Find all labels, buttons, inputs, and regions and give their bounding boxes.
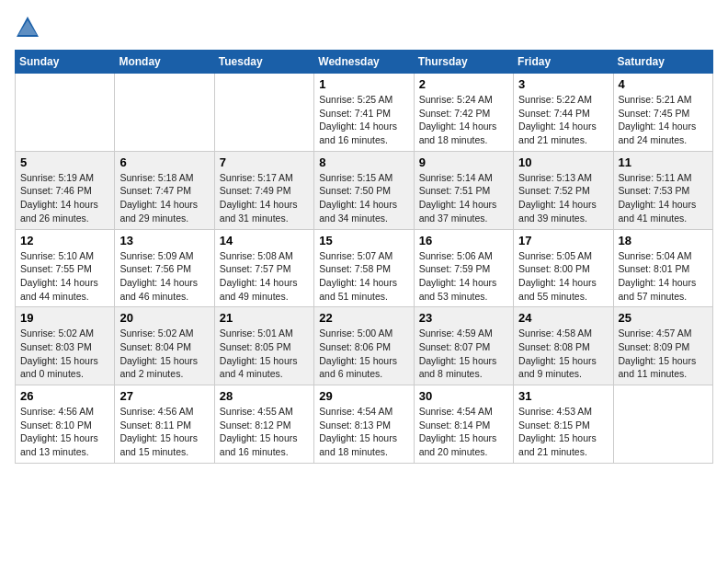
calendar-cell: 30Sunrise: 4:54 AMSunset: 8:14 PMDayligh…: [414, 385, 513, 464]
day-info: Sunrise: 5:22 AMSunset: 7:44 PMDaylight:…: [518, 93, 608, 147]
calendar-cell: 24Sunrise: 4:58 AMSunset: 8:08 PMDayligh…: [514, 307, 613, 385]
day-number: 7: [220, 155, 309, 169]
day-info: Sunrise: 5:13 AMSunset: 7:52 PMDaylight:…: [518, 171, 608, 225]
day-number: 6: [119, 155, 209, 169]
day-number: 26: [20, 389, 109, 403]
calendar-cell: [613, 385, 712, 464]
calendar-cell: 28Sunrise: 4:55 AMSunset: 8:12 PMDayligh…: [214, 385, 313, 464]
calendar-cell: 5Sunrise: 5:19 AMSunset: 7:46 PMDaylight…: [16, 151, 115, 229]
day-info: Sunrise: 5:18 AMSunset: 7:47 PMDaylight:…: [119, 171, 209, 225]
calendar-cell: 21Sunrise: 5:01 AMSunset: 8:05 PMDayligh…: [214, 307, 313, 385]
day-number: 17: [518, 234, 608, 247]
day-info: Sunrise: 5:02 AMSunset: 8:03 PMDaylight:…: [20, 327, 109, 381]
weekday-label: Sunday: [16, 51, 115, 74]
day-info: Sunrise: 4:53 AMSunset: 8:15 PMDaylight:…: [518, 405, 608, 459]
day-number: 12: [20, 234, 109, 247]
weekday-label: Thursday: [414, 51, 513, 74]
day-number: 13: [119, 234, 209, 247]
calendar-cell: 11Sunrise: 5:11 AMSunset: 7:53 PMDayligh…: [613, 151, 712, 229]
day-number: 2: [419, 77, 508, 91]
day-number: 3: [518, 77, 608, 91]
day-number: 1: [319, 77, 408, 91]
day-number: 28: [220, 389, 309, 403]
day-info: Sunrise: 4:58 AMSunset: 8:08 PMDaylight:…: [518, 327, 608, 381]
day-number: 31: [518, 389, 608, 403]
svg-marker-1: [18, 20, 37, 35]
day-info: Sunrise: 4:59 AMSunset: 8:07 PMDaylight:…: [419, 327, 508, 381]
weekday-header-row: SundayMondayTuesdayWednesdayThursdayFrid…: [16, 51, 713, 74]
day-number: 18: [619, 234, 708, 247]
day-info: Sunrise: 5:10 AMSunset: 7:55 PMDaylight:…: [20, 249, 109, 304]
calendar-cell: 19Sunrise: 5:02 AMSunset: 8:03 PMDayligh…: [16, 307, 115, 385]
day-number: 11: [619, 155, 708, 169]
calendar-cell: 10Sunrise: 5:13 AMSunset: 7:52 PMDayligh…: [514, 151, 613, 229]
calendar-week-row: 19Sunrise: 5:02 AMSunset: 8:03 PMDayligh…: [16, 307, 713, 385]
calendar-cell: 8Sunrise: 5:15 AMSunset: 7:50 PMDaylight…: [314, 151, 414, 229]
day-info: Sunrise: 4:56 AMSunset: 8:10 PMDaylight:…: [20, 405, 109, 459]
calendar-cell: [214, 74, 313, 152]
calendar-cell: 6Sunrise: 5:18 AMSunset: 7:47 PMDaylight…: [115, 151, 214, 229]
calendar-cell: 17Sunrise: 5:05 AMSunset: 8:00 PMDayligh…: [514, 229, 613, 307]
weekday-label: Friday: [514, 51, 613, 74]
calendar-cell: 12Sunrise: 5:10 AMSunset: 7:55 PMDayligh…: [16, 229, 115, 307]
day-number: 24: [518, 311, 608, 325]
day-number: 21: [220, 311, 309, 325]
calendar-cell: [115, 74, 214, 152]
calendar-cell: 1Sunrise: 5:25 AMSunset: 7:41 PMDaylight…: [314, 74, 414, 152]
day-info: Sunrise: 5:21 AMSunset: 7:45 PMDaylight:…: [619, 93, 708, 147]
day-info: Sunrise: 5:09 AMSunset: 7:56 PMDaylight:…: [119, 249, 209, 304]
calendar-cell: 15Sunrise: 5:07 AMSunset: 7:58 PMDayligh…: [314, 229, 414, 307]
day-number: 22: [319, 311, 408, 325]
calendar-cell: 22Sunrise: 5:00 AMSunset: 8:06 PMDayligh…: [314, 307, 414, 385]
day-info: Sunrise: 4:57 AMSunset: 8:09 PMDaylight:…: [619, 327, 708, 381]
calendar-cell: 18Sunrise: 5:04 AMSunset: 8:01 PMDayligh…: [613, 229, 712, 307]
weekday-label: Wednesday: [314, 51, 414, 74]
day-info: Sunrise: 5:08 AMSunset: 7:57 PMDaylight:…: [220, 249, 309, 304]
weekday-label: Monday: [115, 51, 214, 74]
day-info: Sunrise: 5:25 AMSunset: 7:41 PMDaylight:…: [319, 93, 408, 147]
day-info: Sunrise: 5:04 AMSunset: 8:01 PMDaylight:…: [619, 249, 708, 304]
day-number: 23: [419, 311, 508, 325]
day-info: Sunrise: 5:15 AMSunset: 7:50 PMDaylight:…: [319, 171, 408, 225]
day-number: 5: [20, 155, 109, 169]
day-info: Sunrise: 5:17 AMSunset: 7:49 PMDaylight:…: [220, 171, 309, 225]
day-number: 16: [419, 234, 508, 247]
calendar-cell: 26Sunrise: 4:56 AMSunset: 8:10 PMDayligh…: [16, 385, 115, 464]
calendar-cell: 29Sunrise: 4:54 AMSunset: 8:13 PMDayligh…: [314, 385, 414, 464]
day-info: Sunrise: 5:05 AMSunset: 8:00 PMDaylight:…: [518, 249, 608, 304]
calendar-cell: 2Sunrise: 5:24 AMSunset: 7:42 PMDaylight…: [414, 74, 513, 152]
day-info: Sunrise: 4:54 AMSunset: 8:14 PMDaylight:…: [419, 405, 508, 459]
day-number: 10: [518, 155, 608, 169]
weekday-label: Tuesday: [214, 51, 313, 74]
day-info: Sunrise: 5:00 AMSunset: 8:06 PMDaylight:…: [319, 327, 408, 381]
weekday-label: Saturday: [613, 51, 712, 74]
day-info: Sunrise: 5:01 AMSunset: 8:05 PMDaylight:…: [220, 327, 309, 381]
day-number: 30: [419, 389, 508, 403]
day-number: 14: [220, 234, 309, 247]
calendar-cell: 23Sunrise: 4:59 AMSunset: 8:07 PMDayligh…: [414, 307, 513, 385]
day-number: 29: [319, 389, 408, 403]
calendar-week-row: 5Sunrise: 5:19 AMSunset: 7:46 PMDaylight…: [16, 151, 713, 229]
calendar-week-row: 1Sunrise: 5:25 AMSunset: 7:41 PMDaylight…: [16, 74, 713, 152]
calendar-cell: 31Sunrise: 4:53 AMSunset: 8:15 PMDayligh…: [514, 385, 613, 464]
day-info: Sunrise: 5:06 AMSunset: 7:59 PMDaylight:…: [419, 249, 508, 304]
day-number: 20: [119, 311, 209, 325]
day-info: Sunrise: 4:56 AMSunset: 8:11 PMDaylight:…: [119, 405, 209, 459]
day-info: Sunrise: 4:54 AMSunset: 8:13 PMDaylight:…: [319, 405, 408, 459]
day-number: 25: [619, 311, 708, 325]
calendar-week-row: 12Sunrise: 5:10 AMSunset: 7:55 PMDayligh…: [16, 229, 713, 307]
calendar-cell: 9Sunrise: 5:14 AMSunset: 7:51 PMDaylight…: [414, 151, 513, 229]
day-info: Sunrise: 5:19 AMSunset: 7:46 PMDaylight:…: [20, 171, 109, 225]
calendar-cell: 7Sunrise: 5:17 AMSunset: 7:49 PMDaylight…: [214, 151, 313, 229]
calendar-cell: 20Sunrise: 5:02 AMSunset: 8:04 PMDayligh…: [115, 307, 214, 385]
calendar-cell: 27Sunrise: 4:56 AMSunset: 8:11 PMDayligh…: [115, 385, 214, 464]
day-number: 19: [20, 311, 109, 325]
day-info: Sunrise: 5:24 AMSunset: 7:42 PMDaylight:…: [419, 93, 508, 147]
page-header: [15, 15, 713, 40]
day-info: Sunrise: 5:07 AMSunset: 7:58 PMDaylight:…: [319, 249, 408, 304]
calendar-table: SundayMondayTuesdayWednesdayThursdayFrid…: [15, 50, 713, 464]
day-number: 27: [119, 389, 209, 403]
calendar-cell: 25Sunrise: 4:57 AMSunset: 8:09 PMDayligh…: [613, 307, 712, 385]
day-info: Sunrise: 5:02 AMSunset: 8:04 PMDaylight:…: [119, 327, 209, 381]
calendar-cell: 13Sunrise: 5:09 AMSunset: 7:56 PMDayligh…: [115, 229, 214, 307]
